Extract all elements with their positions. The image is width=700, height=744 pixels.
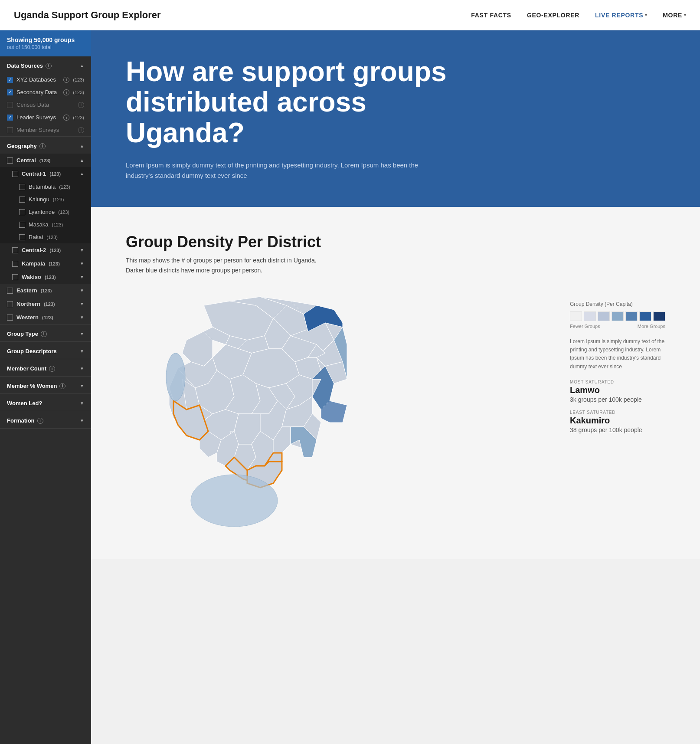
more-chevron-icon: ▾ — [684, 13, 686, 17]
swatch-7 — [653, 311, 665, 321]
total-count: out of 150,000 total — [7, 44, 84, 50]
eastern-header[interactable]: Eastern (123) ▼ — [0, 284, 91, 297]
nav-more-link[interactable]: MORE — [663, 12, 682, 19]
legend-title: Group Density (Per Capita) — [570, 301, 665, 307]
data-sources-header[interactable]: Data Sources i ▲ — [0, 56, 91, 73]
member-count-info-icon[interactable]: i — [49, 366, 55, 372]
western-checkbox[interactable] — [7, 315, 13, 321]
map-description: This map shows the # of groups per perso… — [126, 256, 386, 275]
geography-title: Geography i — [7, 143, 46, 149]
kalungu-checkbox[interactable] — [19, 197, 25, 203]
women-led-title: Women Led? — [7, 400, 42, 406]
geography-header[interactable]: Geography i ▲ — [0, 137, 91, 154]
formation-info-icon[interactable]: i — [37, 418, 43, 424]
datasource-leader[interactable]: Leader Surveys i (123) — [0, 111, 91, 124]
leaf-masaka[interactable]: Masaka (123) — [0, 218, 91, 231]
member-count-section: Member Count i ▼ — [0, 359, 91, 377]
data-sources-title: Data Sources i — [7, 62, 52, 69]
central1-chevron-icon: ▲ — [80, 171, 84, 176]
nav-live-reports-link[interactable]: LIVE REPORTS — [595, 12, 643, 19]
hero-title: How are support groups distributed acros… — [126, 56, 473, 148]
western-header[interactable]: Western (123) ▼ — [0, 311, 91, 324]
datasource-census[interactable]: Census Data i — [0, 98, 91, 111]
women-led-header[interactable]: Women Led? ▼ — [0, 394, 91, 411]
leader-info-icon[interactable]: i — [63, 115, 69, 121]
central2-chevron-icon: ▼ — [80, 248, 84, 252]
data-sources-info-icon[interactable]: i — [46, 63, 52, 69]
group-descriptors-header[interactable]: Group Descriptors ▼ — [0, 342, 91, 359]
central1-checkbox[interactable] — [12, 171, 18, 177]
xyz-info-icon[interactable]: i — [63, 77, 69, 83]
group-descriptors-section: Group Descriptors ▼ — [0, 342, 91, 359]
most-saturated-stat: MOST SATURATED Lamwo 3k groups per 100k … — [570, 380, 665, 403]
formation-section: Formation i ▼ — [0, 411, 91, 429]
app-title: Uganda Support Group Explorer — [14, 10, 161, 21]
leaf-butambala[interactable]: Butambala (123) — [0, 180, 91, 193]
wakiso-chevron-icon: ▼ — [80, 275, 84, 279]
northern-checkbox[interactable] — [7, 301, 13, 307]
masaka-checkbox[interactable] — [19, 222, 25, 228]
eastern-chevron-icon: ▼ — [80, 288, 84, 293]
central2-checkbox[interactable] — [12, 247, 18, 253]
central-header[interactable]: Central (123) ▲ — [0, 154, 91, 167]
census-checkbox[interactable] — [7, 102, 13, 108]
group-descriptors-chevron-icon: ▼ — [80, 349, 84, 354]
central1-header[interactable]: Central-1 (123) ▲ — [0, 167, 91, 180]
leaf-kalungu[interactable]: Kalungu (123) — [0, 193, 91, 206]
datasource-member[interactable]: Member Surveys i — [0, 124, 91, 136]
formation-header[interactable]: Formation i ▼ — [0, 411, 91, 428]
group-descriptors-title: Group Descriptors — [7, 348, 57, 354]
leaf-rakai[interactable]: Rakai (123) — [0, 231, 91, 243]
navbar: Uganda Support Group Explorer FAST FACTS… — [0, 0, 700, 30]
geography-section: Geography i ▲ Central (123) ▲ — [0, 137, 91, 324]
hero-description: Lorem Ipsum is simply dummy text of the … — [126, 160, 429, 181]
showing-count: Showing 50,000 groups — [7, 36, 84, 43]
leader-checkbox[interactable] — [7, 115, 13, 121]
swatch-1 — [570, 311, 582, 321]
kampala-checkbox[interactable] — [12, 261, 18, 267]
member-women-info-icon[interactable]: i — [59, 383, 65, 389]
member-women-section: Member % Women i ▼ — [0, 377, 91, 394]
member-women-header[interactable]: Member % Women i ▼ — [0, 377, 91, 393]
group-type-header[interactable]: Group Type i ▼ — [0, 324, 91, 341]
lyantonde-checkbox[interactable] — [19, 209, 25, 215]
central-checkbox[interactable] — [7, 157, 13, 164]
datasource-xyz[interactable]: XYZ Databases i (123) — [0, 73, 91, 86]
region-central: Central (123) ▲ Central-1 (123) ▲ — [0, 154, 91, 284]
nav-geo-explorer[interactable]: GEO-EXPLORER — [527, 12, 579, 19]
member-count-header[interactable]: Member Count i ▼ — [0, 359, 91, 376]
swatch-3 — [598, 311, 610, 321]
rakai-checkbox[interactable] — [19, 234, 25, 240]
member-checkbox[interactable] — [7, 127, 13, 133]
kampala-chevron-icon: ▼ — [80, 261, 84, 266]
member-info-icon[interactable]: i — [78, 127, 84, 133]
swatch-6 — [639, 311, 651, 321]
map-title: Group Density Per District — [126, 233, 665, 251]
sidebar: Showing 50,000 groups out of 150,000 tot… — [0, 30, 91, 744]
legend-labels: Fewer Groups More Groups — [570, 324, 665, 329]
data-sources-section: Data Sources i ▲ XYZ Databases i (123) S… — [0, 56, 91, 137]
kampala-header[interactable]: Kampala (123) ▼ — [0, 257, 91, 270]
eastern-checkbox[interactable] — [7, 288, 13, 294]
census-info-icon[interactable]: i — [78, 102, 84, 108]
xyz-checkbox[interactable] — [7, 77, 13, 83]
butambala-checkbox[interactable] — [19, 184, 25, 190]
nav-live-reports[interactable]: LIVE REPORTS ▾ — [595, 12, 647, 19]
uganda-map-svg — [126, 292, 364, 531]
secondary-info-icon[interactable]: i — [63, 89, 69, 95]
leaf-lyantonde[interactable]: Lyantonde (123) — [0, 206, 91, 218]
wakiso-checkbox[interactable] — [12, 274, 18, 280]
nav-more[interactable]: MORE ▾ — [663, 12, 686, 19]
northern-header[interactable]: Northern (123) ▼ — [0, 297, 91, 311]
nav-fast-facts[interactable]: FAST FACTS — [471, 12, 511, 19]
central2-header[interactable]: Central-2 (123) ▼ — [0, 243, 91, 257]
datasource-secondary[interactable]: Secondary Data i (123) — [0, 86, 91, 98]
legend-swatches — [570, 311, 665, 321]
wakiso-header[interactable]: Wakiso (123) ▼ — [0, 270, 91, 284]
group-type-info-icon[interactable]: i — [41, 331, 47, 337]
swatch-2 — [584, 311, 596, 321]
svg-point-48 — [191, 475, 278, 527]
secondary-checkbox[interactable] — [7, 89, 13, 95]
geography-info-icon[interactable]: i — [39, 143, 46, 149]
group-type-title: Group Type i — [7, 331, 47, 337]
